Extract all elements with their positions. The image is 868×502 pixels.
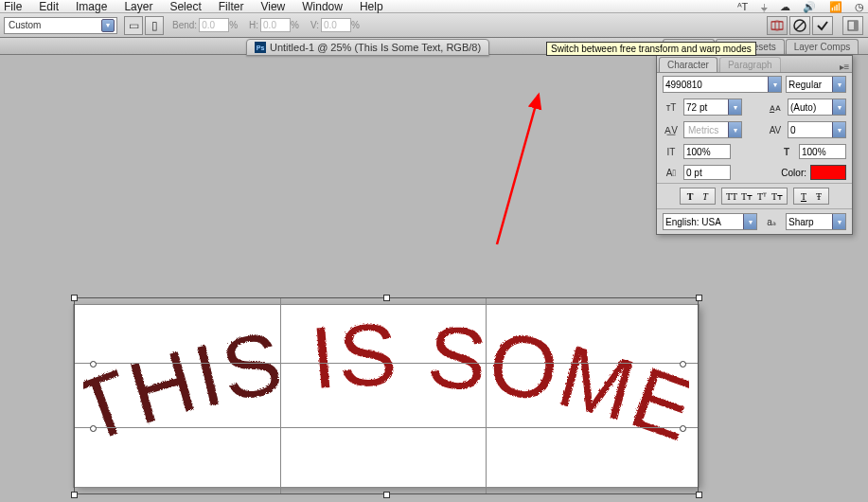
italic-button[interactable]: T	[699, 189, 712, 203]
text-tool-icon: ᴬT	[737, 1, 749, 12]
signal-icon: 📶	[829, 1, 842, 12]
cancel-icon	[793, 19, 806, 32]
v-input[interactable]	[321, 18, 351, 32]
underline-button[interactable]: T	[797, 189, 810, 203]
baseline-input[interactable]	[683, 165, 731, 180]
font-size-icon: тT	[663, 99, 680, 115]
h-input[interactable]	[260, 18, 291, 32]
hscale-input[interactable]	[799, 144, 846, 159]
kerning-dropdown[interactable]: ▾	[683, 121, 742, 138]
subscript-button[interactable]: Tᴛ	[771, 189, 784, 203]
pct-3: %	[351, 20, 360, 30]
v-label: V:	[310, 20, 319, 30]
menu-window[interactable]: Window	[302, 0, 343, 13]
vscale-icon: IT	[663, 144, 680, 159]
bend-input[interactable]	[199, 18, 229, 32]
language-dropdown[interactable]: English: USA▾	[663, 213, 757, 230]
bend-label: Bend:	[172, 20, 197, 30]
menu-help[interactable]: Help	[360, 0, 383, 13]
warp-style-value: Custom	[9, 20, 41, 30]
baseline-icon: Aͣ	[663, 165, 680, 180]
transform-bounding-box[interactable]	[74, 297, 699, 494]
type-style-buttons: T T TT Tᴛ Tᵀ Tᴛ T Ŧ	[657, 183, 852, 208]
handle-br[interactable]	[696, 492, 702, 498]
handle-bl[interactable]	[71, 492, 78, 498]
orientation-h-icon[interactable]: ▭	[124, 16, 143, 35]
menu-edit[interactable]: Edit	[39, 0, 59, 13]
pct-1: %	[229, 20, 238, 30]
warp-handle-r1[interactable]	[680, 361, 686, 368]
wifi-icon: ⏚	[761, 1, 768, 12]
warp-mode-toggle-button[interactable]	[767, 16, 788, 35]
handle-tc[interactable]	[383, 295, 390, 301]
color-label: Color:	[781, 168, 806, 178]
commit-transform-button[interactable]	[812, 16, 833, 35]
font-size-dropdown[interactable]: 72 pt▾	[683, 99, 742, 116]
menu-image[interactable]: Image	[76, 0, 107, 13]
leading-dropdown[interactable]: (Auto)▾	[788, 99, 846, 116]
color-swatch[interactable]	[810, 165, 846, 180]
menu-select[interactable]: Select	[169, 0, 201, 13]
strike-button[interactable]: Ŧ	[812, 189, 825, 203]
tracking-dropdown[interactable]: 0▾	[788, 121, 846, 138]
svg-line-5	[497, 95, 539, 244]
menubar-right-icons: ᴬT ⏚ ☁ 🔊 📶 ◷	[728, 0, 864, 13]
allcaps-button[interactable]: TT	[725, 189, 738, 203]
checkmark-icon	[816, 19, 829, 32]
cancel-transform-button[interactable]	[789, 16, 810, 35]
menu-file[interactable]: File	[4, 0, 22, 13]
workspace-icon	[846, 19, 859, 32]
warp-grid-icon	[771, 19, 784, 32]
warp-handle-r2[interactable]	[680, 425, 686, 432]
superscript-button[interactable]: Tᵀ	[755, 189, 769, 203]
font-style-dropdown[interactable]: Regular▾	[786, 76, 846, 93]
tab-character[interactable]: Character	[659, 57, 717, 72]
antialias-dropdown[interactable]: Sharp▾	[786, 213, 846, 230]
svg-rect-4	[854, 21, 858, 30]
smallcaps-button[interactable]: Tᴛ	[740, 189, 753, 203]
hscale-icon: T	[778, 144, 795, 159]
font-family-dropdown[interactable]: 4990810▾	[663, 76, 782, 93]
menu-filter[interactable]: Filter	[219, 0, 244, 13]
tab-paragraph[interactable]: Paragraph	[719, 57, 781, 72]
tracking-icon: AV	[767, 122, 784, 137]
vscale-input[interactable]	[683, 144, 731, 159]
document-title: Untitled-1 @ 25% (This Is Some Text, RGB…	[270, 42, 481, 53]
antialias-icon: aₐ	[763, 214, 780, 229]
clock-icon: ◷	[855, 1, 864, 12]
bold-button[interactable]: T	[683, 189, 697, 203]
ps-file-icon: Ps	[255, 42, 266, 53]
panel-menu-icon[interactable]: ▸≡	[837, 62, 852, 72]
h-label: H:	[249, 20, 258, 30]
pct-2: %	[291, 20, 299, 30]
menu-layer[interactable]: Layer	[124, 0, 152, 13]
warp-style-dropdown[interactable]: Custom ▾	[4, 17, 117, 34]
menu-view[interactable]: View	[260, 0, 285, 13]
svg-rect-0	[771, 22, 783, 29]
tab-layer-comps[interactable]: Layer Comps	[786, 39, 859, 54]
options-bar: Custom ▾ ▭ ▯ Bend: % H: % V: %	[0, 13, 868, 38]
dropdown-arrow-icon: ▾	[101, 19, 115, 32]
cloud-icon: ☁	[780, 1, 790, 12]
handle-tr[interactable]	[696, 295, 702, 301]
tooltip: Switch between free transform and warp m…	[546, 42, 756, 56]
leading-icon: ᴀ̲ᴀ	[767, 99, 784, 115]
kerning-icon: A͟V	[663, 122, 680, 137]
handle-tl[interactable]	[71, 295, 78, 301]
warp-handle-l1[interactable]	[90, 361, 97, 368]
svg-line-2	[796, 22, 804, 29]
handle-bc[interactable]	[383, 492, 390, 498]
character-panel: Character Paragraph ▸≡ 4990810▾ Regular▾…	[656, 55, 853, 235]
warp-handle-l2[interactable]	[90, 425, 97, 432]
volume-icon: 🔊	[803, 1, 816, 12]
menu-bar: File Edit Image Layer Select Filter View…	[0, 0, 868, 13]
orientation-v-icon[interactable]: ▯	[145, 16, 164, 35]
document-tab[interactable]: Ps Untitled-1 @ 25% (This Is Some Text, …	[246, 39, 489, 56]
workspace-button[interactable]	[842, 16, 863, 35]
